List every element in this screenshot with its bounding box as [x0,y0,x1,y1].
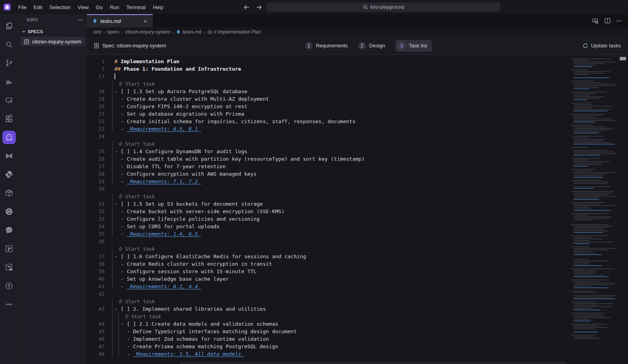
minimap-line [574,205,616,206]
code-chat-icon[interactable]: </> [2,223,16,237]
breadcrumb-item[interactable]: tasks.md [176,29,201,35]
python-icon[interactable] [2,168,16,181]
remote-explorer-icon[interactable] [2,94,16,107]
forward-arrow-icon[interactable] [255,4,262,11]
minimap-line [574,272,598,272]
start-task-codelens[interactable]: Start task [87,80,566,88]
minimap-line [574,82,601,83]
step-requirements[interactable]: 1Requirements [305,42,348,50]
minimap-line [574,155,601,156]
tab-tasks-md[interactable]: tasks.md × [87,14,153,27]
minimap-line [574,259,589,260]
code-editor[interactable]: 1# Implementation Plan3## Phase 1: Found… [87,55,566,364]
minimap-line [574,133,599,133]
extensions-icon[interactable] [2,112,16,126]
search-icon[interactable] [2,38,16,51]
menu-terminal[interactable]: Terminal [123,0,149,14]
code-line: 26 - Create audit table with partition k… [87,155,566,163]
code-line: 43- [ ] 2. Implement shared libraries an… [87,305,566,313]
command-search-input[interactable]: kiro-playground [267,2,501,12]
minimap-line [571,335,595,336]
step-design[interactable]: 2Design [358,42,385,50]
more-icon[interactable] [2,298,16,311]
code-line: 18- [ ] 1.3 Set up Aurora PostgreSQL dat… [87,88,566,95]
minimap-line [574,194,609,195]
start-task-codelens[interactable]: Start task [87,245,566,253]
minimap-line [574,182,609,182]
minimap-line [574,99,587,100]
editor-more-icon[interactable] [616,20,622,22]
indent-guide [118,313,119,357]
minimap-line [574,253,595,253]
line-number: 47 [87,343,105,349]
spec-header-bar: Spec: citizen-inquiry-system 1Requiremen… [87,37,628,55]
code-line: 25- [ ] 1.4 Configure DynamoDB for audit… [87,148,566,155]
sidebar-more-icon[interactable] [77,19,83,21]
minimap-line [571,69,589,70]
menu-run[interactable]: Run [106,0,123,14]
terraform-icon[interactable] [2,242,16,255]
line-number: 31 [87,201,105,207]
sync-icon[interactable] [2,205,16,218]
code-line: 30 [87,185,566,193]
minimap-line [574,305,598,306]
menu-help[interactable]: Help [149,0,167,14]
breadcrumb-item[interactable]: # Implementation Plan [207,29,261,35]
line-number: 45 [87,328,105,334]
run-debug-icon[interactable] [2,75,16,88]
butterfly-icon[interactable] [2,149,16,163]
code-line: 20 - Configure FIPS 140-2 encryption at … [87,103,566,110]
start-task-codelens[interactable]: Start task [87,298,566,305]
git-arrow-icon[interactable] [2,279,16,293]
terraform-cloud-icon[interactable] [2,261,16,274]
line-number: 40 [87,276,105,282]
code-line: 39 - Configure session store with 15-min… [87,268,566,275]
minimap-line [574,186,611,187]
minimap-line [571,302,595,302]
step-task-list[interactable]: 3Task list [396,40,432,52]
open-preview-icon[interactable] [592,18,599,24]
minimap[interactable] [566,55,618,364]
breadcrumb-item[interactable]: specs [107,29,119,35]
back-arrow-icon[interactable] [243,4,250,11]
code-line: 48 - _Requirements: 1.5, All data models… [87,350,566,358]
menu-view[interactable]: View [74,0,92,14]
menu-selection[interactable]: Selection [46,0,74,14]
minimap-line [574,273,594,274]
minimap-line [571,324,607,325]
start-task-codelens[interactable]: Start task [87,313,566,320]
menu-file[interactable]: File [15,0,30,14]
source-control-icon[interactable] [2,56,16,70]
scrollbar[interactable] [618,55,628,364]
code-line: 17 [87,73,566,80]
line-number: 18 [87,88,105,94]
breadcrumb-item[interactable]: .kiro [92,29,101,35]
menu-go[interactable]: Go [92,0,106,14]
container-icon[interactable] [2,186,16,200]
minimap-line [574,261,608,261]
minimap-line [571,169,596,170]
kiro-ghost-icon[interactable] [2,131,16,144]
minimap-line [574,229,603,230]
scrollbar-thumb[interactable] [620,57,626,60]
start-task-codelens[interactable]: Start task [87,193,566,200]
minimap-line [574,153,616,154]
line-number: 20 [87,103,105,109]
minimap-line [574,104,591,105]
split-editor-icon[interactable] [604,18,611,24]
minimap-line [571,246,590,247]
minimap-line [574,159,589,160]
menu-edit[interactable]: Edit [30,0,46,14]
minimap-line [571,280,609,280]
update-tasks-button[interactable]: Update tasks [583,43,621,49]
sidebar-item-citizen-inquiry-system[interactable]: citizen-inquiry-system [21,37,85,46]
minimap-line [574,85,615,86]
breadcrumb-item[interactable]: citizen-inquiry-system [125,29,171,35]
minimap-line [571,180,602,181]
indent-guide [112,81,112,132]
close-icon[interactable]: × [142,18,149,25]
minimap-line [571,268,615,269]
start-task-codelens[interactable]: Start task [87,140,566,148]
sidebar-section-specs[interactable]: SPECS [19,27,87,36]
explorer-icon[interactable] [2,19,16,33]
